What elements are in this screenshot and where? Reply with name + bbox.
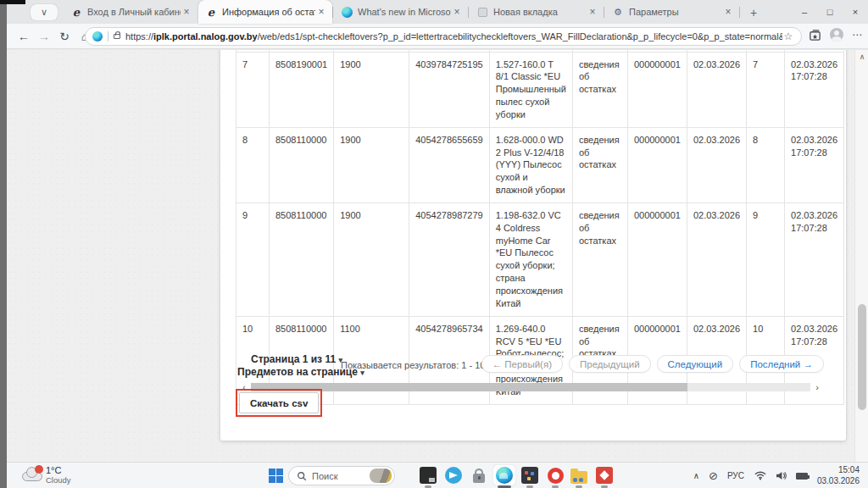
start-button[interactable] — [264, 465, 287, 485]
table-cell: 1.198-632.0 VC 4 Coldress myHome Car *EU… — [489, 202, 572, 316]
terminal-icon — [420, 467, 437, 484]
taskbar-clock[interactable]: 15:04 03.03.2026 — [817, 465, 860, 486]
page-selector[interactable]: Страница 1 из 11 ▾ — [251, 353, 342, 365]
close-button[interactable]: × — [843, 0, 868, 24]
tab-settings[interactable]: ⚙ Параметры × — [605, 0, 739, 24]
next-page-button[interactable]: Следующий — [657, 355, 734, 373]
table-cell: 02.03.2026 — [687, 52, 746, 127]
tray-date: 03.03.2026 — [817, 476, 860, 487]
telegram-icon — [445, 467, 462, 484]
taskbar-app-edge[interactable] — [493, 465, 515, 485]
tab-label: Новая вкладка — [493, 7, 587, 17]
results-card: 78508190001190040397847251951.527-160.0 … — [220, 50, 846, 441]
table-cell: 9 — [747, 202, 785, 316]
prev-page-button[interactable]: Предыдущий — [569, 355, 651, 373]
table-cell: 02.03.2026 — [687, 127, 746, 202]
search-icon — [297, 471, 307, 481]
hidden-icons-chevron[interactable]: ∧ — [693, 471, 699, 480]
annotation-highlight: Скачать csv — [236, 389, 322, 417]
address-bar[interactable]: https://iplk.portal.nalog.gov.by/web/eds… — [85, 27, 802, 46]
table-cell: 1900 — [334, 52, 409, 127]
taskbar-search[interactable]: Поиск — [288, 466, 395, 485]
tab-new-tab[interactable]: Новая вкладка × — [470, 0, 604, 24]
site-edge-icon — [92, 31, 103, 42]
edge-icon — [496, 467, 513, 484]
scroll-right-icon[interactable]: › — [812, 382, 822, 392]
taskbar-app-passwords[interactable] — [468, 465, 490, 485]
tab-actions-button[interactable]: ∨ — [31, 4, 58, 20]
new-tab-button[interactable]: + — [746, 5, 761, 20]
taskbar-app-explorer[interactable] — [568, 465, 590, 485]
table-cell: 7 — [747, 52, 785, 127]
download-csv-button[interactable]: Скачать csv — [239, 392, 319, 413]
first-page-button[interactable]: ← Первый(я) — [481, 355, 563, 373]
taskbar-app-opera[interactable] — [544, 465, 566, 485]
tab-close-icon[interactable]: × — [587, 6, 598, 18]
scrollbar-track[interactable] — [251, 383, 810, 391]
vertical-scrollbar[interactable]: ∧ — [854, 50, 868, 462]
table-cell: 4054278655659 — [409, 127, 490, 202]
browser-window: ∨ e Вход в Личный кабинет × e Информация… — [7, 0, 868, 462]
table-cell: 8508110000 — [270, 127, 334, 202]
media-diamond-icon — [596, 467, 613, 484]
search-promo-image[interactable] — [370, 469, 392, 483]
table-cell: 9 — [236, 202, 270, 316]
profile-avatar[interactable] — [830, 28, 843, 42]
tab-label: Информация об остатках - ЛК (Е — [222, 7, 315, 17]
search-placeholder: Поиск — [312, 471, 370, 481]
tab-close-icon[interactable]: × — [451, 6, 463, 18]
tab-close-icon[interactable]: × — [181, 6, 192, 18]
muted-icon[interactable]: ⊘ — [709, 469, 718, 482]
table-row: 78508190001190040397847251951.527-160.0 … — [236, 52, 844, 127]
table-cell: сведения об остатках — [572, 202, 627, 316]
scrollbar-thumb[interactable] — [858, 304, 866, 410]
opera-icon — [548, 468, 564, 484]
tab-close-icon[interactable]: × — [315, 6, 327, 18]
taskbar: 1°C Cloudy Поиск ∧ ⊘ РУС — [7, 462, 868, 488]
weather-condition: Cloudy — [46, 476, 71, 485]
table-cell: 8508190001 — [270, 52, 334, 127]
lock-icon — [114, 34, 120, 39]
table-cell: 1900 — [334, 127, 409, 202]
minimize-button[interactable]: – — [792, 0, 817, 24]
table-cell: 1.527-160.0 T 8/1 Classic *EU Промышленн… — [489, 52, 572, 127]
pagination-buttons: ← Первый(я) Предыдущий Следующий Последн… — [481, 355, 824, 373]
browser-menu-icon[interactable]: ⋯ — [852, 29, 863, 41]
system-tray: ∧ ⊘ РУС 15:04 03.03.2026 — [693, 463, 868, 488]
language-indicator[interactable]: РУС — [727, 471, 744, 480]
app-grid-icon — [521, 467, 538, 484]
taskbar-app-media[interactable] — [593, 465, 615, 485]
toolbar-right: ⋯ — [809, 28, 863, 42]
maximize-button[interactable]: □ — [817, 0, 843, 24]
page-viewport: 78508190001190040397847251951.527-160.0 … — [7, 50, 868, 462]
tab-close-icon[interactable]: × — [722, 6, 734, 18]
edge-favicon — [341, 6, 353, 18]
site-favicon: e — [205, 6, 217, 18]
weather-widget[interactable]: 1°C Cloudy — [22, 465, 71, 485]
table-cell: 02.03.2026 — [687, 202, 746, 316]
cloud-icon — [22, 469, 41, 481]
last-page-button[interactable]: Последний → — [739, 355, 824, 373]
favorite-star-icon[interactable]: ☆ — [782, 30, 794, 42]
forward-button[interactable]: → — [36, 28, 53, 45]
refresh-button[interactable]: ↻ — [56, 28, 73, 45]
horizontal-scrollbar[interactable]: ‹ › — [239, 382, 822, 392]
taskbar-app-terminal[interactable] — [417, 465, 439, 485]
browser-toolbar: ← → ↻ ⌂ https://iplk.portal.nalog.gov.by… — [7, 24, 868, 49]
tab-edge-whats-new[interactable]: What's new in Microsoft Edge × — [334, 0, 468, 24]
tab-label: What's new in Microsoft Edge — [358, 7, 451, 17]
taskbar-app-grid[interactable] — [519, 465, 541, 485]
taskbar-app-telegram[interactable] — [442, 465, 465, 485]
battery-icon[interactable] — [796, 473, 808, 480]
tab-leftovers-info[interactable]: e Информация об остатках - ЛК (Е × — [198, 0, 332, 24]
collections-icon[interactable] — [809, 29, 821, 42]
tab-login[interactable]: e Вход в Личный кабинет × — [64, 0, 198, 24]
tab-label: Вход в Личный кабинет — [87, 7, 181, 17]
tab-strip: ∨ e Вход в Личный кабинет × e Информация… — [7, 0, 868, 24]
tab-separator — [332, 7, 333, 18]
alert-badge — [35, 465, 43, 474]
scroll-up-icon[interactable]: ∧ — [855, 53, 868, 61]
wifi-icon[interactable] — [754, 471, 766, 480]
back-button[interactable]: ← — [15, 28, 32, 45]
speaker-icon[interactable] — [776, 471, 787, 480]
